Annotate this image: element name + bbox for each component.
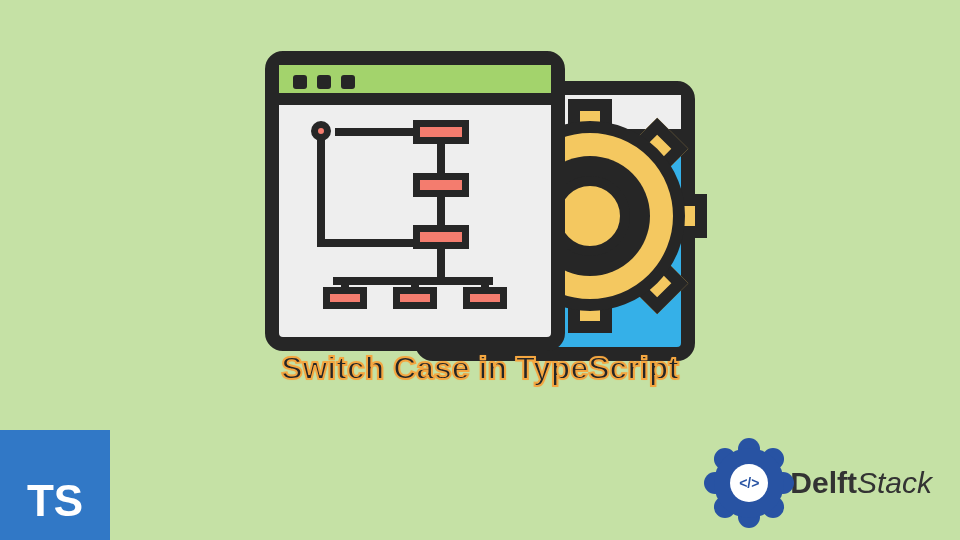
front-window-titlebar [279, 65, 551, 105]
flowchart-node [323, 287, 367, 309]
flowchart-node [393, 287, 437, 309]
front-window-controls [293, 75, 355, 89]
flowchart-start-node [311, 121, 331, 141]
typescript-logo-icon: TS [0, 430, 110, 540]
main-illustration [265, 51, 695, 381]
page-title: Switch Case in TypeScript [281, 350, 679, 387]
front-window [265, 51, 565, 351]
brand-badge-icon: </> [714, 448, 784, 518]
flowchart-node [413, 225, 469, 249]
typescript-logo-text: TS [27, 476, 83, 526]
flowchart-icon [293, 117, 537, 323]
flowchart-node [413, 120, 469, 144]
flowchart-node [413, 173, 469, 197]
flowchart-node [463, 287, 507, 309]
brand-name: DelftStack [790, 466, 932, 500]
brand-logo: </> DelftStack [714, 448, 932, 518]
